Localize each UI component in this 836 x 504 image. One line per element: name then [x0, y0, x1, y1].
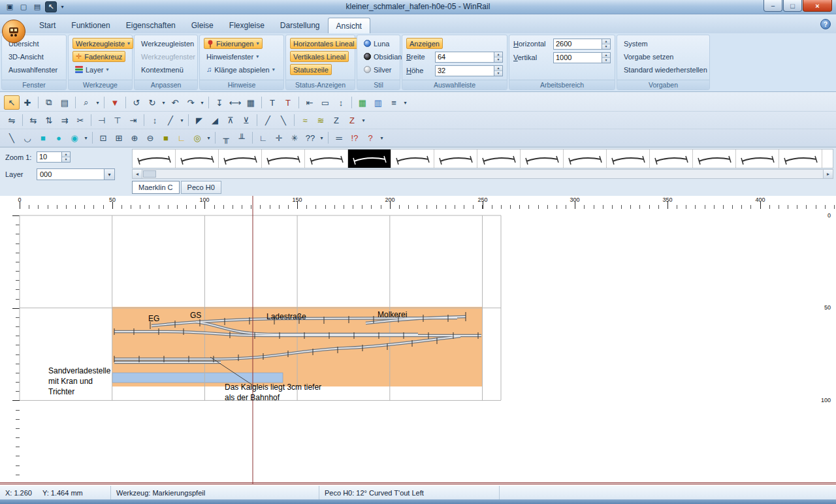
align-tool[interactable]: ⇉ [57, 113, 72, 127]
flex-spring-tool[interactable]: ≈ [297, 113, 313, 127]
ribbon-tab[interactable]: Flexgleise [221, 18, 272, 33]
style-option[interactable]: Silver [361, 64, 394, 75]
plan-label[interactable]: als der Bahnhof [225, 393, 280, 402]
ribbon-item[interactable]: System [621, 38, 651, 49]
measure-dropdown[interactable]: ▾ [318, 131, 325, 145]
ribbon-item[interactable]: Vorgabe setzen [621, 51, 676, 62]
text-style-tool[interactable]: T [280, 95, 296, 110]
grid-tool[interactable]: ▦ [243, 95, 259, 110]
layer-list-tool[interactable]: ≡ [386, 95, 402, 110]
plan-label[interactable]: Molkerei [378, 310, 407, 319]
rotate-dropdown[interactable]: ▾ [160, 95, 167, 110]
scrollbar-thumb[interactable] [143, 170, 156, 178]
library-tab[interactable]: Maerklin C [132, 181, 180, 194]
style-option[interactable]: Luna [361, 38, 392, 49]
cross-measure-tool[interactable]: ✛ [271, 131, 287, 145]
drop-point-tool[interactable]: ↧ [212, 95, 227, 110]
info-query-tool[interactable]: ? [362, 131, 378, 145]
layer-combobox[interactable]: 000 ▾ [37, 168, 115, 180]
snap-tool[interactable]: ✳ [287, 131, 302, 145]
fixierungen-button[interactable]: Fixierungen ▾ [204, 38, 263, 49]
cut-tool[interactable]: ✂ [72, 113, 88, 127]
werkzeugleiste-button[interactable]: Werkzeugleiste ▾ [72, 38, 133, 49]
spin-up-icon[interactable]: ▴ [602, 53, 610, 58]
spin-buttons[interactable]: ▴ ▾ [494, 52, 502, 62]
circle-tool[interactable]: ◉ [67, 131, 82, 145]
skew-left-tool[interactable]: ╱ [260, 113, 276, 127]
flip-horizontal-tool[interactable]: ⇆ [25, 113, 41, 127]
track-piece-button[interactable] [262, 150, 305, 168]
scroll-left-icon[interactable]: ◂ [133, 170, 142, 178]
hoehe-spinner[interactable]: 32 ▴ ▾ [435, 65, 503, 76]
split-track-tool[interactable]: ⊣ [94, 113, 110, 127]
zigzag-dropdown[interactable]: ▾ [360, 113, 367, 127]
style-option[interactable]: Obsidian [361, 51, 404, 62]
ribbon-toggle-item[interactable]: Horizontales Lineal [290, 38, 358, 49]
line-tool[interactable]: ╲ [4, 131, 20, 145]
spin-down-icon[interactable]: ▾ [602, 58, 610, 63]
layer-button[interactable]: Layer ▾ [72, 64, 112, 75]
ungroup-tool[interactable]: ⊖ [142, 131, 158, 145]
track-piece-button[interactable] [607, 150, 650, 168]
track-piece-button[interactable] [391, 150, 434, 168]
connect-tracks-tool[interactable]: ⇋ [4, 113, 20, 127]
corner-se-tool[interactable]: ◢ [207, 113, 223, 127]
plan-drawing[interactable] [0, 196, 836, 484]
part-info-tool[interactable]: ?? [302, 131, 318, 145]
ribbon-item[interactable]: Kontextmenü [138, 64, 186, 75]
qat-customize-dropdown[interactable]: ▾ [59, 1, 66, 12]
slope-tool[interactable]: ╱ [163, 113, 178, 127]
ribbon-item[interactable]: Standard wiederherstellen [621, 64, 710, 75]
track-piece-button[interactable] [219, 150, 262, 168]
ribbon-tab[interactable]: Eigenschaften [118, 18, 184, 33]
track-piece-button[interactable] [176, 150, 219, 168]
plan-label[interactable]: Sandverladestelle [48, 366, 110, 375]
plan-label[interactable]: mit Kran und [48, 377, 93, 386]
corner-measure-tool[interactable]: ∟ [255, 131, 271, 145]
spin-up-icon[interactable]: ▴ [62, 152, 70, 157]
app-button[interactable] [2, 20, 25, 43]
qat-open-button[interactable]: ▤ [31, 1, 43, 12]
shape-dropdown[interactable]: ▾ [82, 131, 89, 145]
spin-up-icon[interactable]: ▴ [494, 52, 502, 57]
query-dropdown[interactable]: ▾ [378, 131, 385, 145]
select-rect-tool[interactable]: ⊡ [95, 131, 111, 145]
chevron-down-icon[interactable]: ▾ [104, 169, 114, 180]
pillar-tool[interactable]: ╨ [234, 131, 249, 145]
skew-right-tool[interactable]: ╲ [276, 113, 291, 127]
breite-spinner[interactable]: 64 ▴ ▾ [435, 52, 503, 63]
scroll-right-icon[interactable]: ▸ [823, 170, 833, 178]
track-piece-button[interactable] [348, 150, 391, 168]
spin-up-icon[interactable]: ▴ [494, 66, 502, 71]
qat-new-button[interactable]: ▢ [18, 1, 29, 12]
extend-track-tool[interactable]: ⇥ [125, 113, 141, 127]
measure-width-tool[interactable]: ⇤ [302, 95, 317, 110]
parallel-lines-tool[interactable]: ═ [331, 131, 347, 145]
spin-buttons[interactable]: ▴ ▾ [494, 66, 502, 76]
zigzag-alt-tool[interactable]: Z [344, 113, 360, 127]
spin-down-icon[interactable]: ▾ [494, 71, 502, 76]
lower-tool[interactable]: ⊻ [238, 113, 254, 127]
redo-tool[interactable]: ↷ [183, 95, 199, 110]
spin-down-icon[interactable]: ▾ [62, 157, 70, 162]
anzeigen-toggle[interactable]: Anzeigen [406, 38, 443, 49]
color-swatch[interactable]: ■ [158, 131, 174, 145]
track-piece-button[interactable] [477, 150, 521, 168]
span-tool[interactable]: ⟷ [227, 95, 243, 110]
zigzag-tool[interactable]: Z [329, 113, 344, 127]
track-piece-button[interactable] [779, 150, 822, 168]
ribbon-tab[interactable]: Darstellung [272, 18, 328, 33]
arc-tool[interactable]: ◡ [20, 131, 35, 145]
plan-label[interactable]: Ladestraße [266, 312, 306, 321]
ellipse-tool[interactable]: ● [51, 131, 67, 145]
spin-up-icon[interactable]: ▴ [602, 39, 610, 44]
flip-vertical-tool[interactable]: ⇅ [41, 113, 57, 127]
plan-label[interactable]: Das Kaigleis liegt 3cm tiefer [225, 383, 321, 392]
track-strip-scrollbar[interactable]: ◂ ▸ [132, 169, 833, 179]
corner-nw-tool[interactable]: ◤ [191, 113, 207, 127]
track-piece-button[interactable] [564, 150, 607, 168]
layer-list-dropdown[interactable]: ▾ [402, 95, 409, 110]
undo-dropdown[interactable]: ▾ [199, 95, 206, 110]
spin-down-icon[interactable]: ▾ [602, 44, 610, 49]
ribbon-item[interactable]: Werkzeugfenster [138, 51, 198, 62]
